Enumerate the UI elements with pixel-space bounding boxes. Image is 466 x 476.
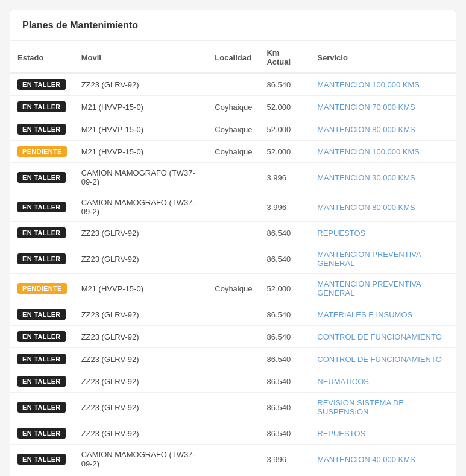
servicio-cell: CONTROL DE FUNCIONAMIENTO xyxy=(310,326,456,348)
servicio-cell: MANTENCION 100.000 KMS xyxy=(310,73,456,96)
main-container: Planes de Mantenimiento Estado Movil Loc… xyxy=(10,10,456,476)
movil-cell: M21 (HVVP-15-0) xyxy=(74,141,208,163)
estado-cell: EN TALLER xyxy=(10,222,74,244)
table-row: EN TALLERCAMION MAMOGRAFO (TW37-09-2)3.9… xyxy=(10,192,456,222)
servicio-cell: MATERIALES E INSUMOS xyxy=(310,303,456,326)
km-cell: 86.540 xyxy=(259,222,310,244)
estado-cell: EN TALLER xyxy=(10,445,74,474)
estado-badge: EN TALLER xyxy=(17,227,66,238)
movil-cell: M21 (HVVP-15-0) xyxy=(74,274,208,303)
movil-cell: ZZ23 (GLRV-92) xyxy=(74,348,208,370)
servicio-cell: MANTENCION PREVENTIVA GENERAL xyxy=(310,244,456,274)
km-cell: 3.996 xyxy=(259,474,310,477)
km-cell: 86.540 xyxy=(259,244,310,274)
movil-cell: ZZ23 (GLRV-92) xyxy=(74,393,208,422)
estado-cell: EN TALLER xyxy=(10,163,74,192)
movil-cell: ZZ23 (GLRV-92) xyxy=(74,222,208,244)
movil-cell: ZZ23 (GLRV-92) xyxy=(74,370,208,393)
table-row: EN TALLERZZ23 (GLRV-92)86.540REPUESTOS xyxy=(10,222,456,244)
estado-badge: EN TALLER xyxy=(17,253,66,264)
table-row: EN TALLERZZ23 (GLRV-92)86.540MATERIALES … xyxy=(10,303,456,326)
localidad-cell xyxy=(207,244,259,274)
servicio-cell: REPUESTOS xyxy=(310,222,456,244)
localidad-cell: Coyhaique xyxy=(207,118,259,141)
estado-cell: EN TALLER xyxy=(10,244,74,274)
estado-cell: EN TALLER xyxy=(10,303,74,326)
localidad-cell xyxy=(207,445,259,474)
maintenance-table: Estado Movil Localidad Km Actual Servici… xyxy=(10,41,456,476)
km-cell: 52.000 xyxy=(259,118,310,141)
movil-cell: ZZ23 (GLRV-92) xyxy=(74,422,208,445)
page-title: Planes de Mantenimiento xyxy=(10,10,456,41)
km-cell: 86.540 xyxy=(259,393,310,422)
col-header-estado: Estado xyxy=(10,41,74,73)
km-cell: 52.000 xyxy=(259,96,310,118)
estado-badge: EN TALLER xyxy=(17,376,66,387)
estado-badge: EN TALLER xyxy=(17,309,66,320)
localidad-cell xyxy=(207,326,259,348)
servicio-cell: MANTENCION 70.000 KMS xyxy=(310,474,456,477)
estado-cell: EN TALLER xyxy=(10,73,74,96)
table-wrapper: Estado Movil Localidad Km Actual Servici… xyxy=(10,41,456,476)
movil-cell: ZZ23 (GLRV-92) xyxy=(74,326,208,348)
col-header-km: Km Actual xyxy=(259,41,310,73)
estado-badge: EN TALLER xyxy=(17,101,66,112)
movil-cell: CAMION MAMOGRAFO (TW37-09-2) xyxy=(74,192,208,222)
estado-cell: EN TALLER xyxy=(10,96,74,118)
servicio-cell: REVISION SISTEMA DE SUSPENSION xyxy=(310,393,456,422)
col-header-servicio: Servicio xyxy=(310,41,456,73)
movil-cell: ZZ23 (GLRV-92) xyxy=(74,73,208,96)
localidad-cell xyxy=(207,393,259,422)
km-cell: 86.540 xyxy=(259,303,310,326)
servicio-cell: MANTENCION 100.000 KMS xyxy=(310,141,456,163)
table-row: EN TALLERM21 (HVVP-15-0)Coyhaique52.000M… xyxy=(10,118,456,141)
estado-badge: EN TALLER xyxy=(17,79,66,90)
servicio-cell: REPUESTOS xyxy=(310,422,456,445)
movil-cell: CAMION MAMOGRAFO (TW37-09-2) xyxy=(74,445,208,474)
movil-cell: ZZ23 (GLRV-92) xyxy=(74,303,208,326)
estado-badge: EN TALLER xyxy=(17,354,66,364)
localidad-cell xyxy=(207,192,259,222)
table-row: EN TALLERZZ23 (GLRV-92)86.540CONTROL DE … xyxy=(10,326,456,348)
estado-badge: PENDIENTE xyxy=(17,283,67,294)
table-row: EN TALLERCAMION MAMOGRAFO (TW37-09-2)3.9… xyxy=(10,474,456,477)
table-row: EN TALLERZZ23 (GLRV-92)86.540MANTENCION … xyxy=(10,244,456,274)
estado-badge: EN TALLER xyxy=(17,172,66,183)
estado-badge: EN TALLER xyxy=(17,202,66,212)
localidad-cell xyxy=(207,163,259,192)
movil-cell: M21 (HVVP-15-0) xyxy=(74,118,208,141)
servicio-cell: MANTENCION 80.000 KMS xyxy=(310,192,456,222)
estado-cell: EN TALLER xyxy=(10,192,74,222)
km-cell: 86.540 xyxy=(259,348,310,370)
servicio-cell: MANTENCION 30.000 KMS xyxy=(310,163,456,192)
estado-badge: EN TALLER xyxy=(17,331,66,342)
localidad-cell: Coyhaique xyxy=(207,274,259,303)
servicio-cell: MANTENCION 80.000 KMS xyxy=(310,118,456,141)
localidad-cell xyxy=(207,348,259,370)
servicio-cell: MANTENCION 70.000 KMS xyxy=(310,96,456,118)
table-row: EN TALLERZZ23 (GLRV-92)86.540REVISION SI… xyxy=(10,393,456,422)
estado-cell: EN TALLER xyxy=(10,422,74,445)
estado-cell: EN TALLER xyxy=(10,393,74,422)
estado-badge: PENDIENTE xyxy=(17,146,67,157)
km-cell: 52.000 xyxy=(259,274,310,303)
servicio-cell: MANTENCION PREVENTIVA GENERAL xyxy=(310,274,456,303)
table-row: PENDIENTEM21 (HVVP-15-0)Coyhaique52.000M… xyxy=(10,274,456,303)
table-row: EN TALLERZZ23 (GLRV-92)86.540REPUESTOS xyxy=(10,422,456,445)
localidad-cell xyxy=(207,222,259,244)
table-header-row: Estado Movil Localidad Km Actual Servici… xyxy=(10,41,456,73)
localidad-cell: Coyhaique xyxy=(207,141,259,163)
estado-cell: PENDIENTE xyxy=(10,274,74,303)
km-cell: 86.540 xyxy=(259,422,310,445)
estado-badge: EN TALLER xyxy=(17,454,66,465)
table-row: EN TALLERZZ23 (GLRV-92)86.540NEUMATICOS xyxy=(10,370,456,393)
estado-cell: EN TALLER xyxy=(10,370,74,393)
localidad-cell: Coyhaique xyxy=(207,96,259,118)
servicio-cell: MANTENCION 40.000 KMS xyxy=(310,445,456,474)
movil-cell: CAMION MAMOGRAFO (TW37-09-2) xyxy=(74,474,208,477)
table-row: EN TALLERM21 (HVVP-15-0)Coyhaique52.000M… xyxy=(10,96,456,118)
movil-cell: CAMION MAMOGRAFO (TW37-09-2) xyxy=(74,163,208,192)
estado-cell: EN TALLER xyxy=(10,474,74,477)
estado-cell: PENDIENTE xyxy=(10,141,74,163)
estado-badge: EN TALLER xyxy=(17,402,66,413)
